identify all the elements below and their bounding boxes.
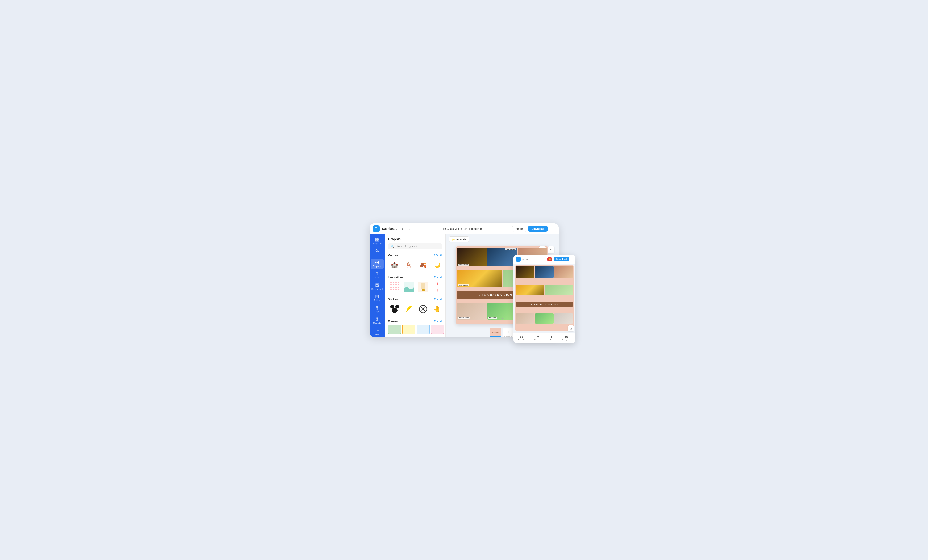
sticker-item-mickey[interactable]	[388, 303, 401, 316]
layout-icon[interactable]: ⊡	[568, 326, 574, 331]
frame-item-1[interactable]	[388, 325, 401, 334]
secondary-more-button[interactable]: ···	[571, 257, 573, 261]
header-right-actions: Share Download ···	[512, 226, 555, 232]
illustrations-see-all[interactable]: See all	[434, 276, 442, 278]
sec-img-smile	[535, 313, 554, 324]
illustrations-row: ›	[385, 280, 446, 296]
more-options-button[interactable]: ···	[549, 226, 555, 232]
crown-icon: 👑	[548, 258, 551, 260]
board-label-health: Improve Health	[458, 284, 469, 286]
vector-item-moon[interactable]: 🌙	[431, 259, 444, 271]
secondary-nav-background[interactable]: Background	[562, 335, 571, 341]
sidebar-graphics-label: Graphics	[373, 265, 381, 268]
stickers-row: 🤚 ›	[385, 303, 446, 318]
sidebar-item-more[interactable]: More	[371, 327, 384, 337]
frames-see-all[interactable]: See all	[434, 320, 442, 323]
secondary-download-button[interactable]: Download	[554, 257, 569, 261]
animate-button[interactable]: ✨ Animate	[449, 236, 469, 242]
frame-item-3[interactable]	[417, 325, 430, 334]
svg-rect-2	[375, 240, 377, 241]
search-input[interactable]	[396, 245, 440, 248]
page-thumb-1[interactable]: LIFE GOALS	[490, 328, 501, 336]
frame-item-4[interactable]	[431, 325, 444, 334]
secondary-nav-text[interactable]: Text	[550, 335, 553, 341]
sidebar: Templates Fill Graphics	[369, 234, 385, 337]
sticker-item-hand[interactable]: 🤚	[431, 303, 444, 316]
sec-row-3	[516, 313, 573, 324]
vector-item-castle[interactable]: 🏰	[388, 259, 401, 271]
sec-img-wake	[516, 313, 534, 324]
redo-button[interactable]: ↪	[407, 226, 411, 231]
sidebar-item-templates[interactable]: Templates	[371, 236, 384, 247]
scroll-chevron[interactable]: ∨	[501, 317, 503, 320]
animate-label: Animate	[456, 238, 466, 241]
sticker-item-wheel[interactable]	[417, 303, 430, 316]
svg-point-18	[392, 308, 397, 313]
vector-item-leaf[interactable]: 🍂	[417, 259, 430, 271]
secondary-nav-graphics[interactable]: Graphics	[534, 335, 541, 341]
svg-rect-3	[377, 240, 379, 241]
animate-icon: ✨	[452, 238, 455, 241]
secondary-header: T ↩ ↪ 👑 Download ···	[513, 255, 575, 264]
secondary-logo: T	[516, 257, 520, 262]
search-icon: 🔍	[391, 245, 394, 248]
vectors-section-header: Vectors See all	[385, 252, 446, 259]
stickers-see-all[interactable]: See all	[434, 298, 442, 301]
graphic-panel: Graphic 🔍 Vectors See all 🏰 🦌 🍂 🌙 ›	[385, 234, 446, 337]
add-page-button[interactable]: +	[503, 328, 515, 336]
frame-item-2[interactable]	[402, 325, 415, 334]
sidebar-uploads-label: Uploads	[373, 322, 381, 324]
board-img-travel-rome[interactable]: Travel to Rome	[487, 248, 517, 266]
sidebar-item-graphics[interactable]: Graphics	[371, 259, 384, 269]
svg-point-4	[377, 262, 377, 263]
sidebar-item-fill[interactable]: Fill	[371, 247, 384, 258]
illus-item-abstract[interactable]	[417, 280, 430, 294]
illus-item-dots[interactable]	[388, 280, 401, 294]
sec-img-health	[516, 285, 544, 295]
secondary-undo-button[interactable]: ↩	[522, 258, 525, 261]
canvas-toolbar: ✨ Animate	[446, 234, 559, 244]
frames-row	[385, 325, 446, 336]
logo-letter: T	[375, 227, 377, 231]
secondary-bottom-nav: Templates Graphics Text Background	[513, 333, 575, 343]
vectors-title: Vectors	[388, 254, 398, 257]
board-label-double-income: Double Income	[458, 263, 469, 266]
secondary-redo-button[interactable]: ↪	[525, 258, 528, 261]
illus-item-spinner[interactable]	[431, 280, 444, 294]
sidebar-item-background[interactable]: Background	[371, 282, 384, 292]
frames-section-header: Frames See all	[385, 318, 446, 325]
secondary-undo-redo: ↩ ↪	[522, 258, 546, 261]
secondary-nav-background-label: Background	[562, 339, 571, 341]
sidebar-item-logo[interactable]: Logo	[371, 304, 384, 315]
svg-point-17	[395, 305, 399, 309]
sticker-item-banana[interactable]	[402, 303, 415, 316]
board-label-wake: Wake Up Earlier	[458, 317, 470, 319]
document-title: Life Goals Vision Board Template	[414, 227, 510, 230]
board-img-double-income[interactable]: Double Income	[457, 248, 487, 266]
illustrations-section-header: Illustrations See all	[385, 274, 446, 280]
sidebar-templates-label: Templates	[372, 242, 382, 245]
sidebar-more-label: More	[375, 333, 379, 336]
svg-rect-28	[522, 337, 523, 338]
download-button[interactable]: Download	[528, 226, 548, 231]
share-button[interactable]: Share	[512, 226, 527, 232]
svg-point-16	[390, 305, 394, 309]
sec-img-yoga	[545, 285, 573, 295]
sidebar-item-tables[interactable]: Tables	[371, 293, 384, 303]
sec-row-1	[516, 266, 573, 278]
sidebar-item-text[interactable]: Text	[371, 270, 384, 280]
illus-item-wave[interactable]	[402, 280, 415, 294]
board-label-smile: Smile More	[488, 317, 497, 319]
board-img-health[interactable]: Improve Health	[457, 270, 502, 287]
sec-img-job	[554, 313, 573, 324]
secondary-nav-templates[interactable]: Templates	[518, 335, 525, 341]
sidebar-item-uploads[interactable]: Uploads	[371, 315, 384, 326]
vector-item-deer[interactable]: 🦌	[402, 259, 415, 271]
vectors-see-all[interactable]: See all	[434, 254, 442, 257]
sidebar-text-label: Text	[375, 277, 379, 279]
undo-button[interactable]: ↩	[401, 226, 405, 231]
board-img-wake[interactable]: Wake Up Earlier	[457, 303, 487, 320]
stickers-section-header: Stickers See all	[385, 296, 446, 303]
secondary-crown-badge: 👑	[547, 257, 552, 261]
duplicate-button[interactable]: ⧉	[548, 246, 554, 253]
